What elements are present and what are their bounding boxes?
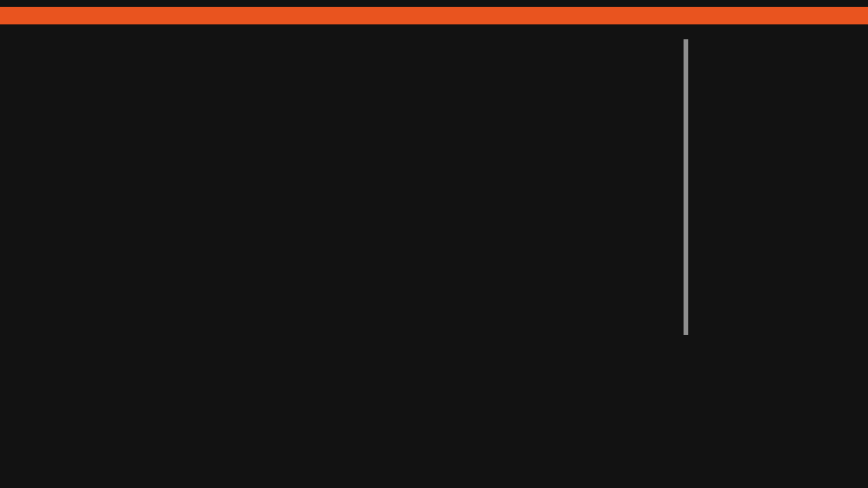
title-bar [0,7,868,24]
scroll-down-icon[interactable] [682,426,692,434]
storage-configuration-screen [0,0,868,488]
scroll-up-icon[interactable] [682,30,692,38]
used-devices-header [174,214,195,224]
fs-summary-header [174,51,195,61]
available-devices-empty [174,132,195,142]
scrollbar-thumb[interactable] [684,39,688,335]
